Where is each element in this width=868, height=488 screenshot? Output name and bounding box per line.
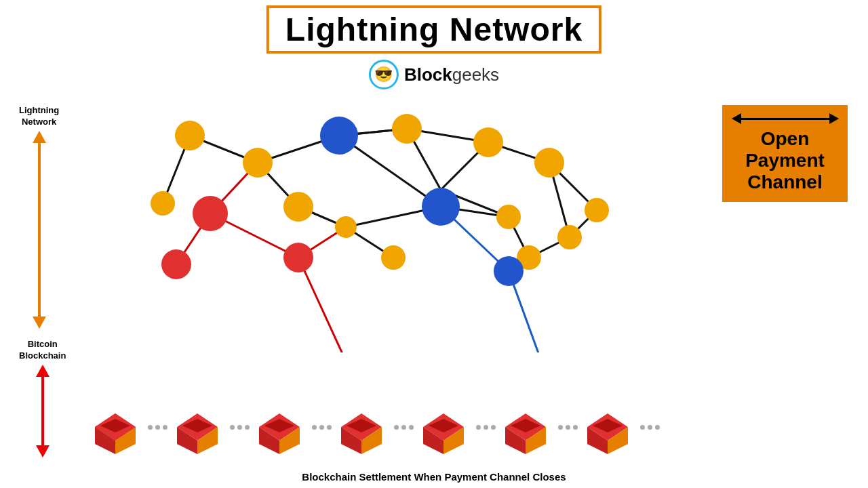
page-title: Lightning Network: [267, 5, 601, 54]
blockchain-blocks-row: [88, 400, 663, 454]
opc-arrow-line: [741, 118, 829, 120]
node-orange-5: [381, 245, 406, 270]
node-blue-1: [320, 117, 358, 155]
title-area: Lightning Network: [267, 5, 601, 54]
svg-line-27: [298, 258, 373, 352]
logo-area: 😎 Blockgeeks: [369, 60, 499, 89]
node-orange-12: [557, 225, 582, 249]
dots-5: [476, 425, 496, 430]
btc-vertical-arrow: [36, 365, 50, 458]
blockgeeks-icon: 😎: [369, 60, 399, 89]
dots-4: [394, 425, 414, 430]
dots-3: [312, 425, 332, 430]
node-orange-7: [473, 127, 503, 157]
opc-arrow: [732, 113, 839, 124]
ln-arrow-up: [33, 131, 46, 143]
node-red-3: [283, 243, 313, 272]
opc-arrow-right: [829, 113, 839, 124]
block-7: [580, 400, 635, 454]
ln-vertical-arrow: [33, 131, 46, 329]
node-orange-2: [243, 148, 273, 178]
network-graph: [108, 95, 637, 352]
node-red-1: [193, 196, 228, 231]
node-blue-2: [422, 188, 460, 226]
opc-label: OpenPaymentChannel: [745, 128, 825, 194]
block-6: [498, 400, 553, 454]
node-orange-9: [496, 205, 521, 229]
node-orange-6: [335, 216, 357, 238]
bottom-label: Blockchain Settlement When Payment Chann…: [302, 471, 566, 483]
blockgeeks-bold: Block: [404, 64, 452, 85]
node-orange-13: [392, 114, 422, 144]
dots-2: [230, 425, 250, 430]
bitcoin-blockchain-arrow: BitcoinBlockchain: [19, 339, 66, 458]
btc-arrow-down: [36, 445, 50, 458]
btc-arrow-line: [41, 377, 44, 445]
btc-arrow-up: [36, 365, 50, 377]
block-1: [88, 400, 142, 454]
dots-6: [558, 425, 578, 430]
block-3-highlighted: [252, 400, 307, 454]
lightning-network-label: LightningNetwork: [19, 105, 59, 128]
node-orange-3: [151, 191, 175, 216]
block-5-highlighted: [416, 400, 471, 454]
opc-arrow-left: [732, 113, 741, 124]
ln-arrow-down: [33, 317, 46, 329]
node-orange-4: [283, 192, 313, 222]
node-red-2: [161, 249, 191, 279]
node-orange-11: [585, 198, 609, 222]
block-4: [334, 400, 389, 454]
blockgeeks-label: Blockgeeks: [404, 64, 499, 85]
node-orange-8: [534, 148, 564, 178]
block-2: [170, 400, 224, 454]
ln-arrow-line: [38, 143, 41, 317]
bitcoin-blockchain-label: BitcoinBlockchain: [19, 339, 66, 362]
node-blue-3: [494, 256, 524, 286]
node-orange-1: [175, 121, 205, 150]
dots-1: [148, 425, 167, 430]
dots-7: [640, 425, 660, 430]
lightning-network-arrow: LightningNetwork: [19, 105, 59, 329]
open-payment-channel-box: OpenPaymentChannel: [722, 105, 848, 202]
